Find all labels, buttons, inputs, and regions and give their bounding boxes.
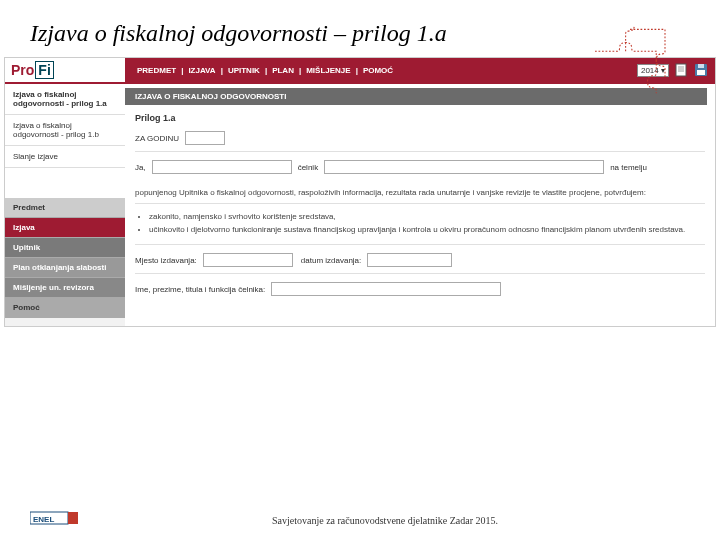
tab-izjava[interactable]: IZJAVA: [184, 66, 219, 75]
nav-pomoc[interactable]: Pomoć: [5, 298, 125, 318]
tab-misljenje[interactable]: MIŠLJENJE: [302, 66, 354, 75]
input-mjesto[interactable]: [203, 253, 293, 267]
app-window: Pro Fi PREDMET| IZJAVA| UPITNIK| PLAN| M…: [4, 57, 716, 327]
input-datum[interactable]: [367, 253, 452, 267]
input-ime[interactable]: [271, 282, 501, 296]
label-mjesto: Mjesto izdavanja:: [135, 256, 197, 265]
label-datum: datum izdavanja:: [301, 256, 361, 265]
svg-rect-6: [697, 70, 705, 75]
nav-plan[interactable]: Plan otklanjanja slabosti: [5, 258, 125, 278]
bullet-2: učinkovito i djelotvorno funkcioniranje …: [149, 225, 705, 234]
sidebar-nav: Predmet Izjava Upitnik Plan otklanjanja …: [5, 198, 125, 318]
nav-predmet[interactable]: Predmet: [5, 198, 125, 218]
confirmation-paragraph: popunjenog Upitnika o fiskalnoj odgovorn…: [135, 188, 705, 204]
top-tabs: PREDMET| IZJAVA| UPITNIK| PLAN| MIŠLJENJ…: [125, 58, 637, 82]
sidebar-item-prilog1b[interactable]: Izjava o fiskalnoj odgovornosti - prilog…: [5, 115, 125, 146]
sidebar-item-prilog1a[interactable]: Izjava o fiskalnoj odgovornosti - prilog…: [5, 84, 125, 115]
tab-plan[interactable]: PLAN: [268, 66, 298, 75]
sidebar: Izjava o fiskalnoj odgovornosti - prilog…: [5, 84, 125, 326]
app-logo: Pro Fi: [5, 59, 125, 81]
svg-rect-0: [676, 64, 686, 76]
footer-logo-icon: ENEL: [30, 510, 80, 530]
input-za-godinu[interactable]: [185, 131, 225, 145]
nav-misljenje[interactable]: Mišljenje un. revizora: [5, 278, 125, 298]
prilog-heading: Prilog 1.a: [135, 113, 705, 123]
logo-fi: Fi: [35, 61, 53, 79]
document-icon[interactable]: [673, 62, 689, 78]
bullet-list: zakonito, namjensko i svrhovito korišten…: [135, 210, 705, 245]
tab-pomoc[interactable]: POMOĆ: [359, 66, 397, 75]
tab-upitnik[interactable]: UPITNIK: [224, 66, 264, 75]
input-ja[interactable]: [152, 160, 292, 174]
tab-predmet[interactable]: PREDMET: [133, 66, 180, 75]
svg-rect-9: [68, 512, 78, 524]
save-icon[interactable]: [693, 62, 709, 78]
logo-pro: Pro: [11, 62, 34, 78]
label-ja: Ja,: [135, 163, 146, 172]
input-celnik[interactable]: [324, 160, 604, 174]
label-za-godinu: ZA GODINU: [135, 134, 179, 143]
label-ime: Ime, prezime, titula i funkcija čelnika:: [135, 285, 265, 294]
label-na-temelju: na temelju: [610, 163, 647, 172]
label-celnik: čelnik: [298, 163, 318, 172]
nav-upitnik[interactable]: Upitnik: [5, 238, 125, 258]
svg-text:ENEL: ENEL: [33, 515, 54, 524]
svg-rect-5: [698, 64, 704, 68]
slide-footer: ENEL Savjetovanje za računovodstvene dje…: [0, 510, 720, 530]
main-panel: IZJAVA O FISKALNOJ ODGOVORNOSTI Prilog 1…: [125, 84, 715, 326]
bullet-1: zakonito, namjensko i svrhovito korišten…: [149, 212, 705, 221]
sidebar-item-slanje[interactable]: Slanje izjave: [5, 146, 125, 168]
nav-izjava[interactable]: Izjava: [5, 218, 125, 238]
footer-text: Savjetovanje za računovodstvene djelatni…: [80, 515, 690, 526]
puzzle-decoration: [585, 25, 675, 95]
